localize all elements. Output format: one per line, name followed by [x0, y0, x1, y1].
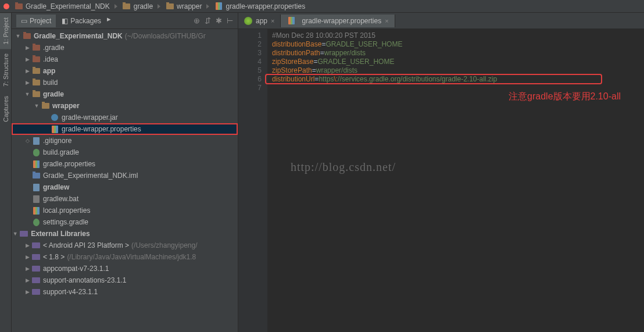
packages-tab[interactable]: ◧Packages	[57, 15, 106, 27]
tree-item[interactable]: local.properties	[12, 205, 238, 216]
tree-item[interactable]: ▼wrapper	[12, 100, 238, 112]
project-tab[interactable]: ▭Project	[16, 15, 56, 27]
tree-item[interactable]: gradle.properties	[12, 158, 238, 170]
captures-tool-button[interactable]: Captures	[0, 91, 11, 127]
breadcrumb-item[interactable]: gradle	[120, 1, 155, 12]
project-panel: ▭Project ◧Packages ▸ ⊕ ⇵ ✱ ⊢ ▼Gradle_Exp…	[12, 13, 238, 332]
structure-tool-button[interactable]: 7: Structure	[0, 49, 11, 91]
tab-label: app	[256, 17, 267, 25]
tree-item[interactable]: ▶< 1.8 >(/Library/Java/JavaVirtualMachin…	[12, 251, 238, 263]
tree-item[interactable]: ▶appcompat-v7-23.1.1	[12, 263, 238, 274]
breadcrumb: Gradle_Experimental_NDK gradle wrapper g…	[0, 0, 644, 13]
watermark: http://blog.csdn.net/	[291, 163, 396, 172]
chevron-right-icon	[115, 4, 117, 9]
tree-item[interactable]: ▶< Android API 23 Platform >(/Users/zhan…	[12, 240, 238, 251]
tree-item[interactable]: build.gradle	[12, 147, 238, 158]
app-icon	[244, 17, 252, 25]
main-area: 1: Project 7: Structure Captures ▭Projec…	[0, 13, 644, 332]
editor-tabs: app × gradle-wrapper.properties ×	[238, 13, 644, 29]
tree-item[interactable]: ▶support-v4-23.1.1	[12, 286, 238, 298]
close-icon[interactable]	[3, 3, 9, 9]
panel-header: ▭Project ◧Packages ▸ ⊕ ⇵ ✱ ⊢	[12, 13, 238, 29]
tree-item[interactable]: ▶app	[12, 65, 238, 77]
code-content[interactable]: #Mon Dec 28 10:00:20 PST 2015distributio…	[267, 29, 644, 332]
breadcrumb-item[interactable]: Gradle_Experimental_NDK	[12, 1, 112, 12]
annotation-text: 注意gradle版本要用2.10-all	[509, 92, 621, 101]
chevron-right-icon	[206, 4, 209, 9]
tree-item[interactable]: ▶build	[12, 77, 238, 88]
breadcrumb-item[interactable]: gradle-wrapper.properties	[212, 1, 307, 12]
project-tree[interactable]: ▼Gradle_Experimental_NDK(~/Downloads/GIT…	[12, 29, 238, 332]
tree-item[interactable]: ▶.idea	[12, 53, 238, 65]
target-icon[interactable]: ⊕	[194, 16, 200, 25]
highlight-annotation	[265, 74, 602, 84]
tree-item[interactable]: ▼External Libraries	[12, 228, 238, 240]
tree-item[interactable]: gradle-wrapper.jar	[12, 112, 238, 123]
properties-icon	[287, 17, 296, 25]
tree-item[interactable]: settings.gradle	[12, 216, 238, 228]
project-icon: ▭	[21, 17, 27, 25]
tree-item[interactable]: gradle-wrapper.properties	[12, 123, 238, 135]
chevron-right-icon	[158, 4, 160, 9]
tree-item[interactable]: Gradle_Experimental_NDK.iml	[12, 170, 238, 181]
project-tool-button[interactable]: 1: Project	[0, 13, 11, 49]
packages-icon: ◧	[62, 17, 68, 25]
hide-icon[interactable]: ⊢	[227, 16, 233, 25]
tree-item[interactable]: ▶.gradle	[12, 42, 238, 53]
gear-icon[interactable]: ✱	[216, 16, 222, 25]
tab-label: gradle-wrapper.properties	[302, 17, 381, 25]
tree-item[interactable]: ◇.gitignore	[12, 135, 238, 147]
tree-item[interactable]: ▼Gradle_Experimental_NDK(~/Downloads/GIT…	[12, 30, 238, 42]
close-icon[interactable]: ×	[271, 17, 274, 24]
collapse-icon[interactable]: ⇵	[205, 16, 211, 25]
tree-item[interactable]: gradlew	[12, 181, 238, 193]
line-gutter: 1234567	[238, 29, 267, 332]
tree-item[interactable]: ▶support-annotations-23.1.1	[12, 274, 238, 286]
breadcrumb-item[interactable]: wrapper	[163, 1, 204, 12]
left-toolbar: 1: Project 7: Structure Captures	[0, 13, 12, 332]
editor-body[interactable]: 1234567 #Mon Dec 28 10:00:20 PST 2015dis…	[238, 29, 644, 332]
chevron-right-icon[interactable]: ▸	[107, 15, 111, 27]
editor-area: app × gradle-wrapper.properties × 123456…	[238, 13, 644, 332]
editor-tab-properties[interactable]: gradle-wrapper.properties ×	[281, 15, 395, 27]
tree-item[interactable]: ▼gradle	[12, 88, 238, 100]
tree-item[interactable]: gradlew.bat	[12, 193, 238, 205]
close-icon[interactable]: ×	[385, 17, 388, 24]
editor-tab-app[interactable]: app ×	[238, 15, 281, 27]
